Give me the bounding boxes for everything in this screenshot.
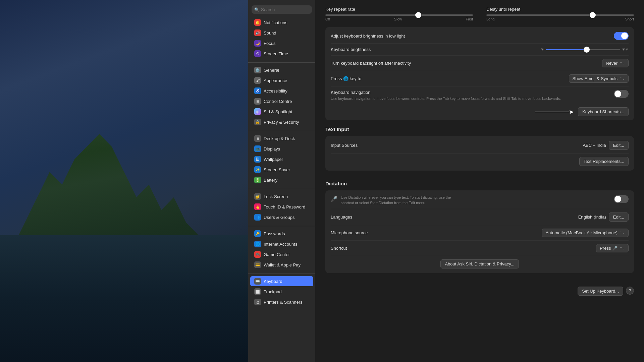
sidebar-item-users[interactable]: 👥 Users & Groups [250, 212, 313, 222]
gamecenter-icon: 🎮 [254, 251, 261, 258]
key-repeat-rate-track [325, 14, 473, 16]
keyboard-shortcuts-arrow: ➤ [535, 108, 574, 116]
input-sources-edit-button[interactable]: Edit... [609, 141, 629, 150]
text-input-card: Input Sources ABC – India Edit... Text R… [325, 136, 634, 171]
microphone-icon: 🎤 [331, 196, 337, 202]
sidebar-item-wallet[interactable]: 💳 Wallet & Apple Pay [250, 260, 313, 270]
delay-until-repeat-slider[interactable] [486, 14, 634, 16]
search-bar[interactable]: 🔍 [252, 5, 312, 14]
brightness-icon-max: ☀☀ [622, 47, 629, 52]
wallet-icon: 💳 [254, 261, 261, 268]
adjust-brightness-row: Adjust keyboard brightness in low light [331, 28, 629, 44]
search-input[interactable] [261, 7, 309, 12]
mic-source-dropdown[interactable]: Automatic (MacBook Air Microphone) ⌃⌄ [542, 229, 629, 237]
text-input-header: Text Input [325, 124, 634, 132]
keyboard-shortcuts-row: ➤ Keyboard Shortcuts... [331, 105, 629, 119]
sidebar-group-1: 🔔 Notifications 🔊 Sound 🌙 Focus ⏱ Screen… [248, 17, 315, 59]
sidebar-item-privacy[interactable]: 🔒 Privacy & Security [250, 117, 313, 127]
globe-key-dropdown[interactable]: Show Emoji & Symbols ⌃⌄ [569, 74, 629, 83]
privacy-icon: 🔒 [254, 119, 261, 125]
desktopdock-icon: 🖥 [254, 135, 261, 142]
sidebar-item-accessibility[interactable]: ♿ Accessibility [250, 86, 313, 96]
divider-4 [248, 226, 315, 226]
passwords-icon: 🔑 [254, 230, 261, 237]
sidebar-item-lockscreen[interactable]: 🔐 Lock Screen [250, 191, 313, 201]
sidebar-item-notifications[interactable]: 🔔 Notifications [250, 17, 313, 27]
shortcut-label: Shortcut [331, 246, 347, 251]
delay-until-repeat-label: Delay until repeat [486, 7, 634, 12]
divider-2 [248, 131, 315, 131]
sidebar-item-passwords[interactable]: 🔑 Passwords [250, 229, 313, 239]
wallpaper-background [0, 0, 248, 362]
globe-key-dropdown-arrow: ⌃⌄ [620, 77, 625, 80]
screensaver-icon: ✨ [254, 166, 261, 173]
sidebar-item-focus[interactable]: 🌙 Focus [250, 38, 313, 48]
screentime-icon: ⏱ [254, 50, 261, 57]
keyboard-brightness-thumb[interactable] [584, 47, 590, 53]
internet-icon: 🌐 [254, 241, 261, 247]
delay-until-repeat-thumb[interactable] [590, 12, 596, 18]
dictation-toggle-row: 🎤 Use Dictation wherever you can type te… [331, 192, 629, 209]
sidebar-item-wallpaper[interactable]: 🖼 Wallpaper [250, 154, 313, 164]
sidebar-group-4: 🔐 Lock Screen 👆 Touch ID & Password 👥 Us… [248, 191, 315, 223]
sidebar-item-appearance[interactable]: 🖌 Appearance [250, 75, 313, 85]
sidebar-item-general[interactable]: ⚙️ General [250, 65, 313, 75]
lockscreen-icon: 🔐 [254, 193, 261, 200]
key-repeat-rate-slider[interactable] [325, 14, 473, 16]
sidebar-item-displays[interactable]: 📺 Displays [250, 144, 313, 154]
mic-source-row: Microphone source Automatic (MacBook Air… [331, 225, 629, 241]
bottom-buttons-row: Set Up Keyboard... ? [325, 281, 634, 296]
languages-row: Languages English (India) Edit... [331, 209, 629, 225]
focus-icon: 🌙 [254, 40, 261, 47]
keyboard-settings-card: Adjust keyboard brightness in low light … [325, 27, 634, 120]
dictation-header: Dictation [325, 179, 634, 186]
backlight-off-row: Turn keyboard backlight off after inacti… [331, 56, 629, 71]
bottom-right-buttons: Set Up Keyboard... ? [578, 287, 634, 296]
adjust-brightness-toggle[interactable] [614, 32, 629, 40]
sidebar-item-trackpad[interactable]: ⬜ Trackpad [250, 287, 313, 297]
input-sources-value: ABC – India [583, 143, 606, 148]
languages-label: Languages [331, 215, 352, 220]
sidebar-item-screentime[interactable]: ⏱ Screen Time [250, 49, 313, 59]
backlight-off-label: Turn keyboard backlight off after inacti… [331, 61, 411, 66]
sidebar-item-touchid[interactable]: 👆 Touch ID & Password [250, 202, 313, 212]
sidebar-item-battery[interactable]: 🔋 Battery [250, 175, 313, 185]
sidebar-group-5: 🔑 Passwords 🌐 Internet Accounts 🎮 Game C… [248, 228, 315, 270]
keyboard-shortcuts-button[interactable]: Keyboard Shortcuts... [578, 107, 629, 116]
languages-edit-button[interactable]: Edit... [609, 213, 629, 222]
keyboard-nav-desc: Use keyboard navigation to move focus be… [331, 96, 607, 101]
delay-until-repeat-track [486, 14, 634, 16]
sidebar-item-desktopdock[interactable]: 🖥 Desktop & Dock [250, 133, 313, 143]
sidebar-item-keyboard[interactable]: ⌨️ Keyboard [250, 276, 313, 286]
text-replacements-button[interactable]: Text Replacements... [579, 157, 629, 166]
keyboard-brightness-row: Keyboard brightness ☀ ☀☀ [331, 44, 629, 56]
key-repeat-rate-label: Key repeat rate [325, 7, 473, 12]
shortcut-dropdown-arrow: ⌃⌄ [620, 246, 625, 250]
sidebar-item-printers[interactable]: 🖨 Printers & Scanners [250, 297, 313, 307]
sidebar-group-2: ⚙️ General 🖌 Appearance ♿ Accessibility … [248, 65, 315, 127]
arrow-head-icon: ➤ [569, 108, 574, 116]
mic-source-label: Microphone source [331, 230, 368, 235]
keyboard-nav-toggle[interactable] [614, 90, 629, 98]
setup-keyboard-button[interactable]: Set Up Keyboard... [578, 287, 623, 296]
input-sources-label: Input Sources [331, 143, 358, 148]
sidebar-item-screensaver[interactable]: ✨ Screen Saver [250, 165, 313, 175]
input-sources-right: ABC – India Edit... [583, 141, 629, 150]
dictation-toggle[interactable] [614, 195, 629, 203]
delay-until-repeat-labels: Long Short [486, 17, 634, 21]
key-repeat-rate-thumb[interactable] [415, 12, 421, 18]
backlight-off-dropdown-arrow: ⌃⌄ [620, 61, 625, 65]
help-button[interactable]: ? [626, 287, 634, 295]
sidebar-item-gamecenter[interactable]: 🎮 Game Center [250, 249, 313, 259]
keyboard-icon: ⌨️ [254, 278, 261, 285]
backlight-off-dropdown[interactable]: Never ⌃⌄ [602, 59, 629, 67]
sidebar-item-siri[interactable]: ◎ Siri & Spotlight [250, 107, 313, 117]
touchid-icon: 👆 [254, 203, 261, 210]
about-dictation-button[interactable]: About Ask Siri, Dictation & Privacy... [440, 259, 519, 268]
keyboard-brightness-track[interactable] [546, 49, 620, 50]
search-icon: 🔍 [254, 7, 259, 12]
shortcut-dropdown[interactable]: Press 🎤 ⌃⌄ [596, 244, 629, 252]
sidebar-item-controlcentre[interactable]: ⊞ Control Centre [250, 96, 313, 106]
sidebar-item-sound[interactable]: 🔊 Sound [250, 28, 313, 38]
sidebar-item-internet[interactable]: 🌐 Internet Accounts [250, 239, 313, 249]
